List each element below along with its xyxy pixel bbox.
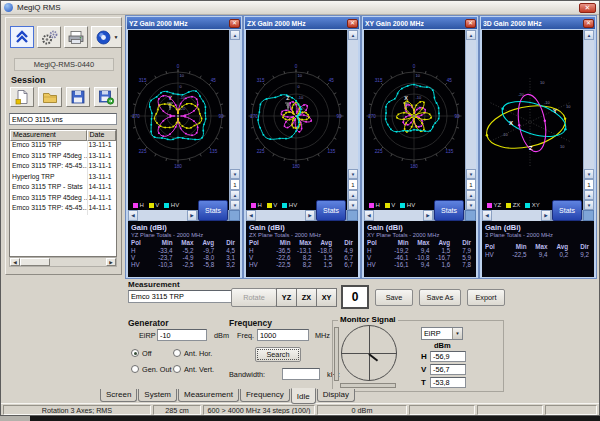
list-item[interactable]: Emco 3115 TRP: 45-45...14-11-1 — [10, 204, 116, 215]
radio-option[interactable]: Gen. Out — [131, 361, 173, 377]
scrollbar-corner[interactable] — [583, 210, 594, 221]
monitor-mode-select[interactable]: EiRP ▼ — [421, 327, 463, 340]
scroll-right-icon[interactable]: ▶ — [106, 258, 116, 266]
vertical-scrollbar[interactable]: ▲▼1▲▼ — [583, 30, 594, 210]
save-session-button[interactable] — [66, 87, 90, 107]
vertical-scrollbar[interactable]: ▲▼1▲▼ — [229, 30, 240, 210]
radio-button[interactable] — [173, 349, 181, 357]
print-button[interactable] — [64, 26, 88, 48]
radio-option[interactable]: Ant. Vert. — [173, 361, 235, 377]
list-item[interactable]: Emco 3115 TRP 45deg ...13-11-1 — [10, 152, 116, 163]
scroll-right-icon[interactable]: ▶ — [541, 210, 551, 221]
list-column-header[interactable]: Date — [87, 130, 117, 141]
tab-idle[interactable]: Idle — [291, 388, 316, 404]
stats-button[interactable]: Stats — [552, 200, 582, 221]
radio-button[interactable] — [131, 365, 139, 373]
radio-option[interactable]: Off — [131, 345, 173, 361]
plane-button-zx[interactable]: ZX — [296, 288, 317, 307]
measurement-list-scrollbar[interactable]: ◀ ▶ — [9, 257, 117, 267]
page-up-icon[interactable]: ▲ — [230, 190, 240, 200]
scroll-right-icon[interactable]: ▶ — [187, 210, 197, 221]
tab-screen[interactable]: Screen — [100, 389, 137, 402]
close-icon[interactable]: ✕ — [583, 19, 594, 28]
search-button[interactable]: Search — [255, 347, 301, 362]
new-document-icon — [13, 89, 31, 105]
plot-window-titlebar[interactable]: XY Gain 2000 MHz✕ — [363, 17, 477, 29]
measurement-list-header[interactable]: MeasurementDate — [10, 130, 116, 141]
scroll-left-icon[interactable]: ◀ — [482, 210, 492, 221]
new-session-button[interactable] — [10, 87, 34, 107]
tab-frequency[interactable]: Frequency — [240, 389, 290, 402]
eirp-input[interactable] — [157, 329, 207, 341]
stop-button[interactable]: ▼ — [91, 26, 122, 48]
scroll-left-icon[interactable]: ◀ — [128, 210, 138, 221]
session-file-input[interactable] — [9, 113, 117, 125]
plane-button-xy[interactable]: XY — [316, 288, 337, 307]
tab-display[interactable]: Display — [317, 389, 355, 402]
stats-button[interactable]: Stats — [434, 200, 464, 221]
scrollbar-corner[interactable] — [347, 210, 358, 221]
page-down-icon[interactable]: ▼ — [348, 200, 358, 210]
rotate-button[interactable]: Rotate — [231, 288, 277, 307]
freq-input[interactable] — [257, 329, 309, 341]
page-up-icon[interactable]: ▲ — [584, 190, 594, 200]
chevron-down-icon[interactable]: ▼ — [452, 328, 462, 339]
settings-button[interactable] — [37, 26, 61, 48]
scrollbar-corner[interactable] — [465, 210, 476, 221]
scrollbar-corner[interactable] — [229, 210, 240, 221]
radio-button[interactable] — [131, 349, 139, 357]
list-item[interactable]: Emco 3115 TRP13-11-1 — [10, 141, 116, 152]
bandwidth-input[interactable] — [282, 368, 320, 380]
scroll-down-icon[interactable]: ▼ — [466, 169, 476, 179]
page-up-icon[interactable]: ▲ — [466, 190, 476, 200]
dropdown-caret-icon[interactable]: ▼ — [114, 34, 119, 40]
measurement-name-input[interactable] — [128, 290, 234, 303]
scroll-up-icon[interactable]: ▲ — [230, 30, 240, 40]
plot-window-titlebar[interactable]: ZX Gain 2000 MHz✕ — [245, 17, 359, 29]
freq-unit-label: MHz — [315, 331, 330, 340]
raise-antenna-button[interactable] — [10, 26, 34, 48]
scroll-down-icon[interactable]: ▼ — [348, 169, 358, 179]
open-session-button[interactable] — [38, 87, 62, 107]
scroll-left-icon[interactable]: ◀ — [246, 210, 256, 221]
close-icon[interactable]: ✕ — [229, 19, 240, 28]
vertical-scrollbar[interactable]: ▲▼1▲▼ — [465, 30, 476, 210]
stats-button[interactable]: Stats — [198, 200, 228, 221]
scroll-up-icon[interactable]: ▲ — [466, 30, 476, 40]
save-as-button[interactable]: Save As — [419, 289, 461, 306]
close-button[interactable]: ✕ — [579, 3, 596, 13]
plot-window-titlebar[interactable]: YZ Gain 2000 MHz✕ — [127, 17, 241, 29]
tab-system[interactable]: System — [138, 389, 177, 402]
list-item[interactable]: Emco 3115 TRP 45deg ...14-11-1 — [10, 194, 116, 205]
radio-button[interactable] — [173, 365, 181, 373]
plot-window-titlebar[interactable]: 3D Gain 2000 MHz✕ — [481, 17, 595, 29]
tab-measurement[interactable]: Measurement — [178, 389, 239, 402]
close-icon[interactable]: ✕ — [465, 19, 476, 28]
scroll-right-icon[interactable]: ▶ — [423, 210, 433, 221]
page-down-icon[interactable]: ▼ — [584, 200, 594, 210]
page-down-icon[interactable]: ▼ — [230, 200, 240, 210]
export-button[interactable]: Export — [467, 289, 505, 306]
scrollbar-thumb[interactable] — [20, 258, 50, 266]
vertical-scrollbar[interactable]: ▲▼1▲▼ — [347, 30, 358, 210]
scroll-down-icon[interactable]: ▼ — [584, 169, 594, 179]
scroll-up-icon[interactable]: ▲ — [348, 30, 358, 40]
gain-column-header: Avg — [311, 239, 332, 247]
scroll-right-icon[interactable]: ▶ — [305, 210, 315, 221]
stats-button[interactable]: Stats — [316, 200, 346, 221]
list-item[interactable]: Hyperlog TRP13-11-1 — [10, 173, 116, 184]
radio-option[interactable]: Ant. Hor. — [173, 345, 235, 361]
plane-button-yz[interactable]: YZ — [276, 288, 297, 307]
page-up-icon[interactable]: ▲ — [348, 190, 358, 200]
list-item[interactable]: Emco 3115 TRP - Stats14-11-1 — [10, 183, 116, 194]
list-item[interactable]: Emco 3115 TRP: 45-45...13-11-1 — [10, 162, 116, 173]
scroll-left-icon[interactable]: ◀ — [10, 258, 20, 266]
save-session-as-button[interactable] — [94, 87, 118, 107]
list-column-header[interactable]: Measurement — [10, 130, 87, 141]
scroll-left-icon[interactable]: ◀ — [364, 210, 374, 221]
scroll-up-icon[interactable]: ▲ — [584, 30, 594, 40]
page-down-icon[interactable]: ▼ — [466, 200, 476, 210]
scroll-down-icon[interactable]: ▼ — [230, 169, 240, 179]
close-icon[interactable]: ✕ — [347, 19, 358, 28]
save-button[interactable]: Save — [375, 289, 413, 306]
